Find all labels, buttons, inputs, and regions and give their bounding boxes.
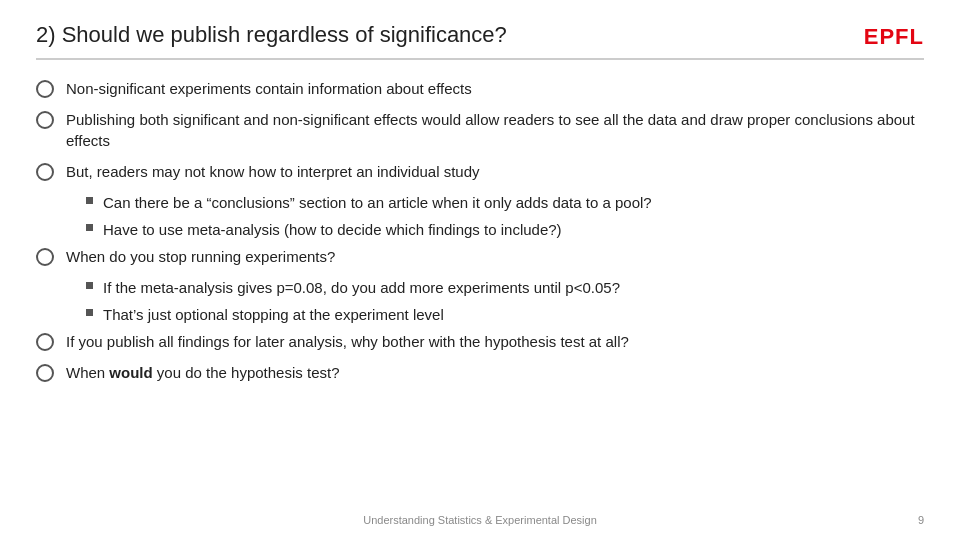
list-item-sub: If the meta-analysis gives p=0.08, do yo…: [86, 277, 924, 298]
list-item-sub: Have to use meta-analysis (how to decide…: [86, 219, 924, 240]
bullet-circle-icon: [36, 111, 54, 129]
slide-header: 2) Should we publish regardless of signi…: [36, 22, 924, 60]
list-item: When do you stop running experiments?: [36, 246, 924, 267]
list-item: Publishing both significant and non-sign…: [36, 109, 924, 151]
bullet-text: When do you stop running experiments?: [66, 246, 924, 267]
bullet-square-icon: [86, 224, 93, 231]
content-area: Non-significant experiments contain info…: [36, 78, 924, 393]
bullet-text: That’s just optional stopping at the exp…: [103, 304, 924, 325]
bullet-text: If you publish all findings for later an…: [66, 331, 924, 352]
page-number: 9: [918, 514, 924, 526]
bullet-circle-icon: [36, 333, 54, 351]
bullet-text: When would you do the hypothesis test?: [66, 362, 924, 383]
list-item: But, readers may not know how to interpr…: [36, 161, 924, 182]
list-item: When would you do the hypothesis test?: [36, 362, 924, 383]
list-item-sub: That’s just optional stopping at the exp…: [86, 304, 924, 325]
list-item-sub: Can there be a “conclusions” section to …: [86, 192, 924, 213]
bullet-circle-icon: [36, 364, 54, 382]
bullet-circle-icon: [36, 80, 54, 98]
bullet-square-icon: [86, 309, 93, 316]
bullet-text: Non-significant experiments contain info…: [66, 78, 924, 99]
bullet-circle-icon: [36, 248, 54, 266]
bullet-text: Have to use meta-analysis (how to decide…: [103, 219, 924, 240]
slide-title: 2) Should we publish regardless of signi…: [36, 22, 507, 48]
bullet-square-icon: [86, 197, 93, 204]
slide: 2) Should we publish regardless of signi…: [0, 0, 960, 540]
bullet-circle-icon: [36, 163, 54, 181]
slide-footer: Understanding Statistics & Experimental …: [0, 514, 960, 526]
bullet-text: But, readers may not know how to interpr…: [66, 161, 924, 182]
list-item: Non-significant experiments contain info…: [36, 78, 924, 99]
bullet-square-icon: [86, 282, 93, 289]
bullet-text: Can there be a “conclusions” section to …: [103, 192, 924, 213]
bullet-text: Publishing both significant and non-sign…: [66, 109, 924, 151]
epfl-logo: EPFL: [864, 24, 924, 50]
footer-center-text: Understanding Statistics & Experimental …: [363, 514, 597, 526]
list-item: If you publish all findings for later an…: [36, 331, 924, 352]
bullet-text: If the meta-analysis gives p=0.08, do yo…: [103, 277, 924, 298]
